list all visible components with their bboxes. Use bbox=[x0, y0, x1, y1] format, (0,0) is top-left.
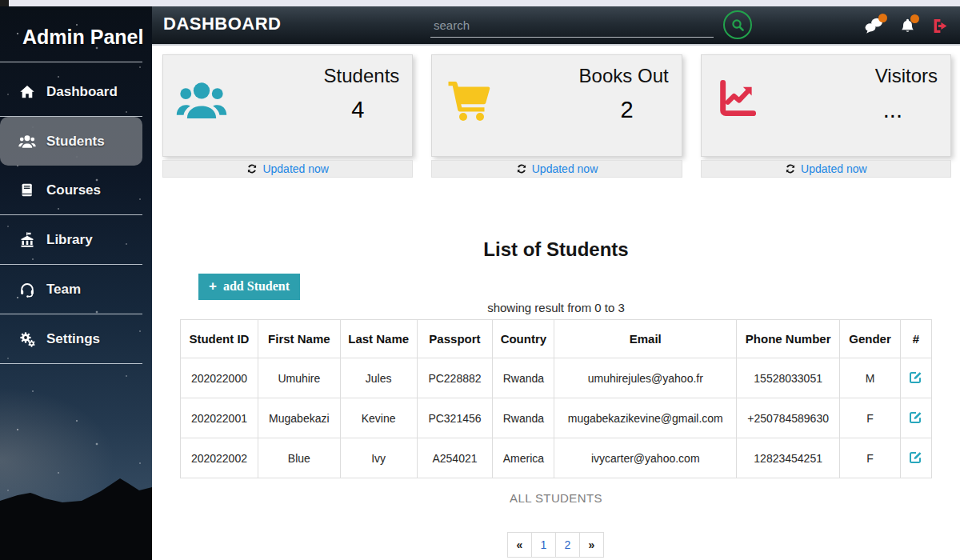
divider bbox=[0, 214, 142, 215]
students-table: Student ID First Name Last Name Passport… bbox=[180, 319, 932, 478]
cell-student-id: 202022000 bbox=[181, 358, 258, 398]
divider bbox=[0, 116, 142, 117]
col-gender: Gender bbox=[840, 320, 901, 358]
sidebar-item-label: Library bbox=[46, 232, 93, 248]
add-student-label: add Student bbox=[223, 279, 290, 294]
line-chart-icon bbox=[714, 78, 759, 146]
divider bbox=[0, 264, 142, 265]
col-phone: Phone Number bbox=[737, 320, 840, 358]
divider bbox=[0, 314, 142, 314]
sidebar-item-label: Settings bbox=[46, 331, 100, 347]
sidebar-item-courses[interactable]: Courses bbox=[0, 166, 152, 214]
messages-button[interactable] bbox=[864, 17, 884, 34]
stat-card-students-body[interactable]: Students 4 bbox=[162, 54, 413, 157]
cart-icon bbox=[445, 78, 493, 146]
edit-student-button[interactable] bbox=[909, 410, 923, 424]
updated-now-link: Updated now bbox=[801, 162, 867, 175]
updated-now-link: Updated now bbox=[532, 162, 598, 175]
col-passport: Passport bbox=[417, 320, 493, 358]
sidebar-item-settings[interactable]: Settings bbox=[0, 314, 152, 363]
gears-icon bbox=[18, 330, 36, 347]
topbar: DASHBOARD bbox=[152, 6, 960, 46]
cell-country: Rwanda bbox=[493, 398, 554, 438]
cell-gender: F bbox=[840, 438, 901, 478]
cell-email: ivycarter@yahoo.com bbox=[554, 438, 737, 478]
logout-icon bbox=[931, 18, 950, 34]
page-title: DASHBOARD bbox=[163, 14, 282, 34]
window-corner bbox=[0, 0, 9, 6]
cell-phone: 15528033051 bbox=[737, 358, 840, 398]
edit-student-button[interactable] bbox=[909, 370, 923, 384]
divider bbox=[0, 363, 142, 364]
refresh-icon bbox=[516, 163, 527, 174]
col-email: Email bbox=[554, 320, 737, 358]
cell-passport: PC228882 bbox=[417, 358, 493, 398]
search-button[interactable] bbox=[723, 10, 752, 39]
topbar-icon-group bbox=[864, 17, 950, 34]
sidebar-item-team[interactable]: Team bbox=[0, 265, 152, 314]
col-country: Country bbox=[493, 320, 554, 358]
card-title: Books Out bbox=[579, 65, 669, 87]
users-icon bbox=[176, 78, 227, 146]
table-row: 202022002 Blue Ivy A254021 America ivyca… bbox=[181, 438, 932, 478]
app-title: Admin Panel bbox=[0, 6, 152, 62]
add-student-button[interactable]: + add Student bbox=[198, 274, 300, 300]
stat-card-books-body[interactable]: Books Out 2 bbox=[431, 54, 682, 157]
headset-icon bbox=[18, 281, 36, 298]
list-of-students-heading: List of Students bbox=[152, 238, 960, 261]
mountain-silhouette bbox=[0, 472, 152, 560]
sidebar-item-label: Dashboard bbox=[46, 84, 118, 100]
refresh-icon bbox=[785, 163, 796, 174]
cell-last-name: Ivy bbox=[340, 438, 417, 478]
edit-icon bbox=[909, 410, 923, 424]
sidebar-item-label: Students bbox=[46, 134, 105, 150]
table-header-row: Student ID First Name Last Name Passport… bbox=[181, 320, 932, 358]
card-footer[interactable]: Updated now bbox=[162, 160, 413, 178]
col-student-id: Student ID bbox=[181, 320, 258, 358]
add-student-row: + add Student bbox=[198, 274, 960, 300]
stat-card-students: Students 4 Updated now bbox=[162, 54, 413, 178]
notifications-button[interactable] bbox=[899, 18, 916, 34]
pagination-page-2[interactable]: 2 bbox=[555, 532, 580, 558]
logout-button[interactable] bbox=[931, 18, 950, 34]
sidebar-item-label: Courses bbox=[46, 182, 101, 198]
sidebar-item-library[interactable]: Library bbox=[0, 215, 152, 264]
stat-cards-row: Students 4 Updated now bbox=[152, 46, 960, 178]
cell-student-id: 202022002 bbox=[181, 438, 258, 478]
edit-icon bbox=[909, 370, 923, 384]
cell-actions bbox=[901, 398, 932, 438]
users-icon bbox=[18, 133, 36, 150]
cell-phone: 12823454251 bbox=[737, 438, 840, 478]
edit-student-button[interactable] bbox=[909, 450, 923, 464]
card-value: 2 bbox=[621, 97, 634, 123]
cell-gender: M bbox=[840, 358, 901, 398]
card-footer[interactable]: Updated now bbox=[701, 160, 951, 178]
table-row: 202022000 Umuhire Jules PC228882 Rwanda … bbox=[181, 358, 932, 398]
sidebar-item-dashboard[interactable]: Dashboard bbox=[0, 67, 152, 116]
cell-country: America bbox=[493, 438, 554, 478]
main-area: DASHBOARD bbox=[152, 6, 960, 560]
pagination-next[interactable]: » bbox=[579, 532, 604, 558]
plus-icon: + bbox=[209, 281, 217, 292]
pagination-page-1[interactable]: 1 bbox=[531, 532, 556, 558]
search-icon bbox=[731, 18, 745, 32]
table-row: 202022001 Mugabekazi Kevine PC321456 Rwa… bbox=[181, 398, 932, 438]
card-footer[interactable]: Updated now bbox=[431, 160, 682, 178]
library-building-icon bbox=[18, 231, 36, 248]
pagination: « 1 2 » bbox=[152, 532, 960, 558]
sidebar-item-students[interactable]: Students bbox=[0, 117, 142, 166]
card-value: 4 bbox=[351, 97, 364, 123]
pagination-prev[interactable]: « bbox=[507, 532, 532, 558]
cell-email: umuhirejules@yahoo.fr bbox=[554, 358, 737, 398]
showing-results-text: showing result from 0 to 3 bbox=[152, 301, 960, 314]
cell-first-name: Umuhire bbox=[258, 358, 340, 398]
content: Students 4 Updated now bbox=[152, 46, 960, 560]
stat-card-visitors-body[interactable]: Visitors ... bbox=[701, 54, 951, 157]
stat-card-visitors: Visitors ... Updated now bbox=[701, 54, 951, 178]
cell-passport: PC321456 bbox=[417, 398, 493, 438]
all-students-label: ALL STUDENTS bbox=[152, 491, 960, 505]
card-value: ... bbox=[883, 97, 902, 123]
notification-badge bbox=[910, 14, 919, 23]
sidebar-nav: Dashboard Students bbox=[0, 67, 152, 364]
search-input[interactable] bbox=[430, 13, 714, 38]
